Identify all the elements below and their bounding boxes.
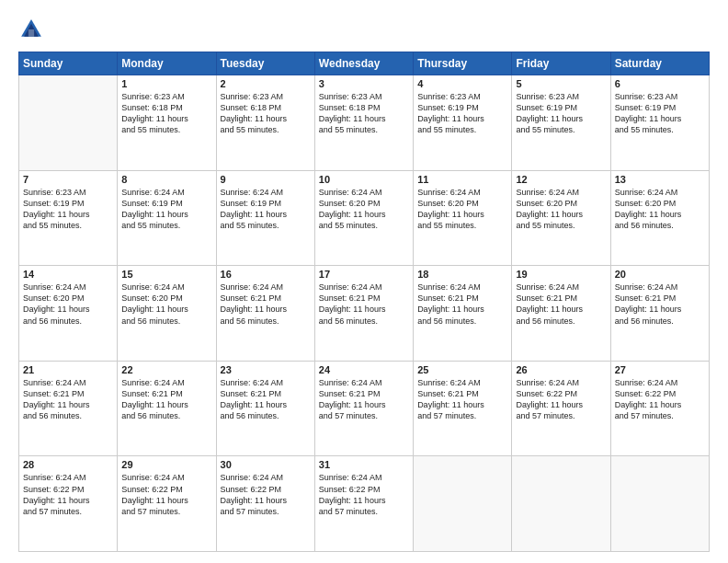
cell-info: Sunrise: 6:24 AMSunset: 6:22 PMDaylight:…: [516, 377, 606, 422]
day-number: 26: [516, 364, 606, 375]
calendar-cell: 17Sunrise: 6:24 AMSunset: 6:21 PMDayligh…: [314, 266, 413, 362]
calendar-cell: 8Sunrise: 6:24 AMSunset: 6:19 PMDaylight…: [118, 170, 216, 266]
day-number: 8: [121, 174, 211, 185]
calendar-cell: 27Sunrise: 6:24 AMSunset: 6:22 PMDayligh…: [610, 361, 709, 456]
day-number: 5: [516, 78, 606, 89]
calendar-cell: 7Sunrise: 6:23 AMSunset: 6:19 PMDaylight…: [19, 170, 118, 266]
calendar-cell: 19Sunrise: 6:24 AMSunset: 6:21 PMDayligh…: [512, 266, 610, 362]
calendar-header-monday: Monday: [118, 52, 216, 75]
calendar-cell: 13Sunrise: 6:24 AMSunset: 6:20 PMDayligh…: [610, 170, 709, 266]
cell-info: Sunrise: 6:23 AMSunset: 6:18 PMDaylight:…: [221, 91, 311, 136]
cell-info: Sunrise: 6:24 AMSunset: 6:19 PMDaylight:…: [121, 187, 211, 232]
cell-info: Sunrise: 6:24 AMSunset: 6:22 PMDaylight:…: [221, 472, 311, 517]
calendar-cell: 28Sunrise: 6:24 AMSunset: 6:22 PMDayligh…: [19, 456, 118, 552]
calendar-cell: 29Sunrise: 6:24 AMSunset: 6:22 PMDayligh…: [118, 456, 216, 552]
cell-info: Sunrise: 6:24 AMSunset: 6:21 PMDaylight:…: [319, 377, 409, 422]
cell-info: Sunrise: 6:24 AMSunset: 6:21 PMDaylight:…: [417, 377, 507, 422]
cell-info: Sunrise: 6:24 AMSunset: 6:20 PMDaylight:…: [516, 187, 606, 232]
cell-info: Sunrise: 6:24 AMSunset: 6:20 PMDaylight:…: [417, 187, 507, 232]
day-number: 3: [319, 78, 409, 89]
cell-info: Sunrise: 6:23 AMSunset: 6:19 PMDaylight:…: [417, 91, 507, 136]
day-number: 22: [121, 364, 211, 375]
calendar-header-thursday: Thursday: [414, 52, 512, 75]
day-number: 28: [23, 459, 113, 470]
logo-icon: [18, 17, 44, 42]
cell-info: Sunrise: 6:24 AMSunset: 6:21 PMDaylight:…: [121, 377, 211, 422]
cell-info: Sunrise: 6:24 AMSunset: 6:20 PMDaylight:…: [615, 187, 705, 232]
calendar-cell: 24Sunrise: 6:24 AMSunset: 6:21 PMDayligh…: [314, 361, 413, 456]
calendar-cell: 10Sunrise: 6:24 AMSunset: 6:20 PMDayligh…: [314, 170, 413, 266]
calendar-header-wednesday: Wednesday: [314, 52, 413, 75]
day-number: 4: [417, 78, 507, 89]
day-number: 11: [417, 174, 507, 185]
calendar-cell: 1Sunrise: 6:23 AMSunset: 6:18 PMDaylight…: [118, 75, 216, 171]
day-number: 16: [221, 269, 311, 280]
calendar-header-row: SundayMondayTuesdayWednesdayThursdayFrid…: [19, 52, 710, 75]
calendar-cell: 22Sunrise: 6:24 AMSunset: 6:21 PMDayligh…: [118, 361, 216, 456]
calendar-cell: 14Sunrise: 6:24 AMSunset: 6:20 PMDayligh…: [19, 266, 118, 362]
cell-info: Sunrise: 6:24 AMSunset: 6:21 PMDaylight:…: [319, 282, 409, 327]
calendar-cell: [414, 456, 512, 552]
cell-info: Sunrise: 6:24 AMSunset: 6:22 PMDaylight:…: [615, 377, 705, 422]
cell-info: Sunrise: 6:23 AMSunset: 6:18 PMDaylight:…: [121, 91, 211, 136]
day-number: 25: [417, 364, 507, 375]
day-number: 12: [516, 174, 606, 185]
calendar-cell: 9Sunrise: 6:24 AMSunset: 6:19 PMDaylight…: [216, 170, 314, 266]
cell-info: Sunrise: 6:24 AMSunset: 6:21 PMDaylight:…: [221, 282, 311, 327]
day-number: 1: [121, 78, 211, 89]
calendar-cell: 25Sunrise: 6:24 AMSunset: 6:21 PMDayligh…: [414, 361, 512, 456]
cell-info: Sunrise: 6:24 AMSunset: 6:22 PMDaylight:…: [121, 472, 211, 517]
day-number: 18: [417, 269, 507, 280]
day-number: 23: [221, 364, 311, 375]
calendar-week-2: 7Sunrise: 6:23 AMSunset: 6:19 PMDaylight…: [19, 170, 710, 266]
header: [18, 17, 710, 42]
day-number: 29: [121, 459, 211, 470]
day-number: 13: [615, 174, 705, 185]
day-number: 21: [23, 364, 113, 375]
svg-rect-2: [28, 29, 34, 37]
day-number: 20: [615, 269, 705, 280]
day-number: 2: [221, 78, 311, 89]
calendar-header-tuesday: Tuesday: [216, 52, 314, 75]
calendar-cell: 31Sunrise: 6:24 AMSunset: 6:22 PMDayligh…: [314, 456, 413, 552]
day-number: 7: [23, 174, 113, 185]
cell-info: Sunrise: 6:23 AMSunset: 6:19 PMDaylight:…: [615, 91, 705, 136]
day-number: 27: [615, 364, 705, 375]
calendar-cell: 6Sunrise: 6:23 AMSunset: 6:19 PMDaylight…: [610, 75, 709, 171]
calendar-cell: 11Sunrise: 6:24 AMSunset: 6:20 PMDayligh…: [414, 170, 512, 266]
cell-info: Sunrise: 6:24 AMSunset: 6:20 PMDaylight:…: [23, 282, 113, 327]
calendar-header-sunday: Sunday: [19, 52, 118, 75]
calendar-week-3: 14Sunrise: 6:24 AMSunset: 6:20 PMDayligh…: [19, 266, 710, 362]
cell-info: Sunrise: 6:24 AMSunset: 6:19 PMDaylight:…: [221, 187, 311, 232]
calendar-cell: 23Sunrise: 6:24 AMSunset: 6:21 PMDayligh…: [216, 361, 314, 456]
calendar-header-saturday: Saturday: [610, 52, 709, 75]
calendar-week-1: 1Sunrise: 6:23 AMSunset: 6:18 PMDaylight…: [19, 75, 710, 171]
cell-info: Sunrise: 6:24 AMSunset: 6:21 PMDaylight:…: [23, 377, 113, 422]
cell-info: Sunrise: 6:24 AMSunset: 6:22 PMDaylight:…: [23, 472, 113, 517]
calendar-cell: 18Sunrise: 6:24 AMSunset: 6:21 PMDayligh…: [414, 266, 512, 362]
day-number: 30: [221, 459, 311, 470]
calendar-cell: 15Sunrise: 6:24 AMSunset: 6:20 PMDayligh…: [118, 266, 216, 362]
cell-info: Sunrise: 6:24 AMSunset: 6:20 PMDaylight:…: [319, 187, 409, 232]
day-number: 6: [615, 78, 705, 89]
day-number: 9: [221, 174, 311, 185]
day-number: 14: [23, 269, 113, 280]
cell-info: Sunrise: 6:24 AMSunset: 6:21 PMDaylight:…: [417, 282, 507, 327]
calendar-cell: 5Sunrise: 6:23 AMSunset: 6:19 PMDaylight…: [512, 75, 610, 171]
calendar-cell: 16Sunrise: 6:24 AMSunset: 6:21 PMDayligh…: [216, 266, 314, 362]
calendar-cell: 12Sunrise: 6:24 AMSunset: 6:20 PMDayligh…: [512, 170, 610, 266]
logo: [18, 17, 48, 42]
day-number: 19: [516, 269, 606, 280]
cell-info: Sunrise: 6:24 AMSunset: 6:21 PMDaylight:…: [221, 377, 311, 422]
calendar-cell: 20Sunrise: 6:24 AMSunset: 6:21 PMDayligh…: [610, 266, 709, 362]
cell-info: Sunrise: 6:24 AMSunset: 6:22 PMDaylight:…: [319, 472, 409, 517]
cell-info: Sunrise: 6:23 AMSunset: 6:19 PMDaylight:…: [23, 187, 113, 232]
day-number: 17: [319, 269, 409, 280]
day-number: 31: [319, 459, 409, 470]
calendar-week-4: 21Sunrise: 6:24 AMSunset: 6:21 PMDayligh…: [19, 361, 710, 456]
day-number: 24: [319, 364, 409, 375]
calendar-cell: 30Sunrise: 6:24 AMSunset: 6:22 PMDayligh…: [216, 456, 314, 552]
calendar-cell: 4Sunrise: 6:23 AMSunset: 6:19 PMDaylight…: [414, 75, 512, 171]
calendar-cell: [610, 456, 709, 552]
cell-info: Sunrise: 6:24 AMSunset: 6:21 PMDaylight:…: [615, 282, 705, 327]
